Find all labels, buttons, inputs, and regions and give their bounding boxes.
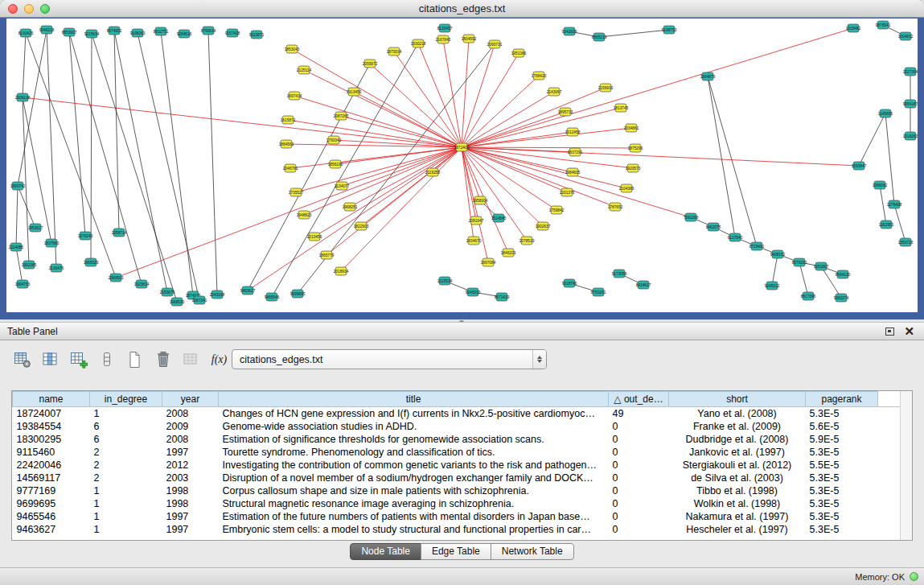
graph-edge[interactable] (462, 88, 606, 147)
graph-edge[interactable] (462, 112, 565, 147)
graph-edge[interactable] (462, 147, 859, 166)
tab-node-table[interactable]: Node Table (350, 543, 421, 560)
graph-edge[interactable] (462, 28, 853, 147)
graph-edge[interactable] (462, 128, 631, 147)
table-mode-icon[interactable] (11, 349, 33, 371)
graph-edge[interactable] (462, 92, 554, 147)
table-row[interactable]: 969969511998Structural magnetic resonanc… (13, 497, 901, 510)
graph-edge[interactable] (462, 39, 469, 147)
graph-edge[interactable] (772, 254, 778, 286)
graph-edge[interactable] (462, 147, 633, 168)
column-header-title[interactable]: title (219, 392, 609, 407)
graph-node-label: 9318746 (562, 282, 577, 286)
graph-edge[interactable] (114, 31, 167, 292)
table-row[interactable]: 946554611997Estimation of the future num… (13, 510, 901, 523)
graph-edge[interactable] (208, 31, 217, 295)
graph-edge[interactable] (885, 113, 894, 204)
graph-edge[interactable] (462, 147, 476, 220)
column-header-year[interactable]: year (162, 392, 219, 407)
table-row[interactable]: 977716911998Corpus callosum shape and si… (13, 484, 901, 497)
graph-edge[interactable] (69, 32, 85, 236)
graph-edge[interactable] (304, 147, 462, 215)
graph-node-label: 8853907 (62, 31, 77, 35)
tab-network-table[interactable]: Network Table (491, 543, 574, 560)
cell-name: 14569117 (13, 472, 90, 484)
minimize-window-button[interactable] (24, 4, 34, 14)
delete-table-icon[interactable] (152, 349, 174, 371)
graph-edge[interactable] (23, 97, 462, 147)
table-row[interactable]: 1938455462009Genome-wide association stu… (13, 420, 901, 433)
dropdown-stepper-icon[interactable] (532, 350, 546, 369)
graph-edge[interactable] (350, 147, 462, 207)
column-header-short[interactable]: short (669, 392, 806, 407)
cell-year: 1997 (162, 446, 219, 459)
graph-edge[interactable] (462, 147, 488, 262)
tab-edge-table[interactable]: Edge Table (421, 543, 491, 560)
table-row[interactable]: 946362711997Embryonic stem cells: a mode… (13, 523, 901, 536)
graph-edge[interactable] (799, 262, 808, 296)
graph-edge[interactable] (47, 30, 56, 268)
zoom-window-button[interactable] (40, 4, 50, 14)
network-canvas-svg[interactable]: 1872400185304321251141697434161587218845… (6, 19, 918, 312)
graph-edge[interactable] (443, 39, 462, 147)
column-header-in_degree[interactable]: in_degree (90, 392, 162, 407)
graph-edge[interactable] (361, 147, 462, 226)
graph-node-label: 1846203 (501, 251, 516, 255)
graph-edge[interactable] (462, 53, 519, 147)
cell-pagerank: 5.3E-5 (806, 407, 878, 420)
graph-edge[interactable] (23, 97, 29, 265)
row-tool-icon[interactable] (96, 349, 117, 371)
graph-node-label: 2046781 (283, 167, 298, 171)
table-row[interactable]: 1456911722003Disruption of a novel membe… (13, 472, 901, 484)
column-header-name[interactable]: name (13, 392, 90, 407)
close-panel-icon[interactable]: ✕ (904, 327, 914, 336)
table-row[interactable]: 1872400712008Changes of HCN gene express… (13, 407, 901, 420)
column-header-filler (878, 392, 901, 407)
graph-edge[interactable] (23, 33, 26, 97)
column-header-out_degree[interactable]: △ out_de… (609, 392, 669, 407)
table-row[interactable]: 911546021997Tourette syndrome. Phenomeno… (13, 446, 901, 459)
create-column-icon[interactable] (68, 349, 89, 371)
graph-edge[interactable] (16, 186, 18, 247)
network-canvas[interactable]: 1872400185304321251141697434161587218845… (6, 19, 918, 312)
graph-edge[interactable] (92, 34, 177, 302)
table-scrollbar[interactable] (900, 391, 912, 540)
graph-edge[interactable] (599, 30, 669, 37)
window-titlebar[interactable]: citations_edges.txt (0, 0, 924, 18)
graph-edge[interactable] (462, 147, 691, 217)
graph-edge[interactable] (91, 34, 92, 262)
cell-short: de Silva et al. (2003) (669, 472, 806, 484)
show-columns-icon[interactable] (39, 349, 61, 371)
node-table: namein_degreeyeartitle△ out_de…shortpage… (12, 391, 901, 536)
graph-edge[interactable] (69, 32, 142, 284)
graph-node-label: 1895733 (558, 110, 573, 114)
cell-out_degree: 0 (609, 420, 669, 433)
column-header-pagerank[interactable]: pagerank (806, 392, 878, 407)
graph-edge[interactable] (138, 33, 199, 300)
table-row[interactable]: 2242004622012Investigating the contribut… (13, 459, 901, 472)
graph-edge[interactable] (462, 147, 635, 148)
graph-edge[interactable] (341, 116, 462, 147)
graph-edge[interactable] (880, 185, 886, 225)
table-selector-dropdown[interactable]: citations_edges.txt (232, 349, 547, 369)
graph-edge[interactable] (23, 97, 51, 243)
graph-edge[interactable] (18, 30, 47, 186)
graph-edge[interactable] (294, 96, 462, 147)
table-row[interactable]: 1830029562008Estimation of significance … (13, 433, 901, 446)
graph-edge[interactable] (342, 147, 462, 186)
graph-edge[interactable] (859, 113, 885, 166)
graph-edge[interactable] (462, 147, 626, 188)
cell-in_degree: 1 (90, 523, 162, 536)
graph-edge[interactable] (18, 186, 35, 228)
new-table-icon[interactable] (124, 349, 146, 371)
graph-edge[interactable] (894, 204, 906, 242)
graph-edge[interactable] (304, 70, 462, 147)
graph-edge[interactable] (161, 31, 193, 295)
graph-edge[interactable] (462, 132, 573, 147)
float-panel-icon[interactable] (885, 328, 894, 336)
graph-edge[interactable] (462, 147, 480, 200)
graph-edge[interactable] (114, 31, 119, 233)
function-builder-icon[interactable]: f(x) (208, 349, 230, 371)
close-window-button[interactable] (8, 4, 18, 14)
graph-edge[interactable] (462, 108, 621, 147)
